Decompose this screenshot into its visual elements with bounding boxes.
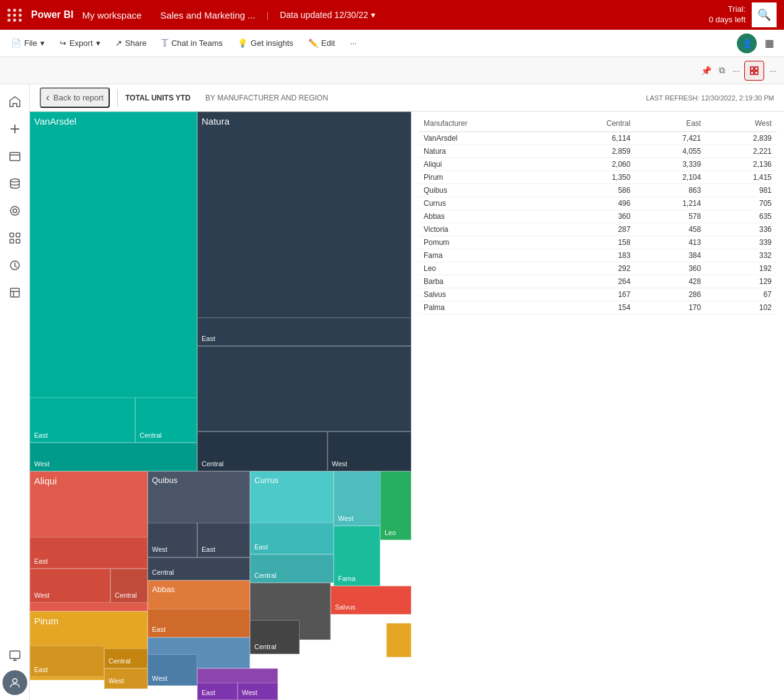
file-icon: 📄: [11, 38, 21, 48]
sidebar-item-monitor[interactable]: [2, 643, 27, 668]
tab-total-units-ytd[interactable]: TOTAL UNITS YTD: [125, 94, 190, 102]
get-insights-button[interactable]: 💡 Get insights: [231, 36, 300, 50]
sidebar-item-goals[interactable]: [2, 198, 27, 223]
treemap-cell[interactable]: West: [148, 523, 197, 557]
sidebar-item-data[interactable]: [2, 171, 27, 196]
table-row: VanArsdel6,1147,4212,839: [419, 132, 777, 145]
secondary-toolbar: 📌 ⧉ ··· ···: [0, 57, 784, 84]
more-right-icon[interactable]: ···: [767, 63, 779, 78]
focus-button[interactable]: [744, 61, 764, 81]
table-row: Barba264428129: [419, 275, 777, 288]
back-arrow-icon: ‹: [46, 91, 50, 104]
treemap-cell[interactable]: West: [30, 443, 197, 471]
treemap-cell[interactable]: West: [104, 668, 148, 688]
table-row: Palma154170102: [419, 301, 777, 314]
chevron-down-icon[interactable]: ▾: [371, 10, 375, 20]
content-area: ‹ Back to report TOTAL UNITS YTD BY MANU…: [30, 84, 784, 700]
treemap-cell[interactable]: Central: [250, 554, 334, 583]
back-to-report-label: Back to report: [53, 93, 104, 102]
insights-icon: 💡: [238, 38, 247, 48]
report-title: Sales and Marketing ...: [160, 10, 255, 20]
more-options-button[interactable]: ···: [344, 36, 363, 50]
treemap-cell[interactable]: East: [197, 317, 411, 346]
powerbi-logo: Power BI: [31, 9, 73, 20]
sidebar-item-create[interactable]: [2, 117, 27, 141]
sidebar-item-browse[interactable]: [2, 144, 27, 169]
svg-point-17: [12, 679, 17, 683]
svg-point-7: [11, 179, 19, 182]
share-icon: ↗: [115, 38, 122, 48]
col-manufacturer: Manufacturer: [419, 117, 551, 132]
data-updated-label: Data updated 12/30/22 ▾: [280, 10, 375, 20]
treemap-cell[interactable]: VanArsdel: [30, 112, 197, 443]
user-avatar-sidebar[interactable]: [2, 670, 27, 695]
treemap-cell[interactable]: West: [238, 683, 278, 700]
sidebar-item-catalog[interactable]: [2, 280, 27, 305]
svg-point-8: [11, 206, 19, 215]
table-row: Pirum1,3502,1041,415: [419, 171, 777, 184]
treemap-cell[interactable]: East: [250, 523, 334, 554]
treemap-cell[interactable]: [386, 623, 411, 657]
svg-rect-16: [10, 651, 20, 658]
sidebar-item-apps[interactable]: [2, 226, 27, 250]
apps-grid-icon[interactable]: [7, 9, 22, 22]
svg-rect-0: [751, 67, 754, 70]
treemap-cell[interactable]: Central: [104, 649, 148, 668]
edit-button[interactable]: ✏️ Edit: [302, 36, 341, 50]
treemap-cell[interactable]: Central: [250, 620, 300, 654]
sidebar-item-home[interactable]: [2, 89, 27, 114]
viz-area: VanArsdelEastCentralWestNaturaEastCentra…: [30, 112, 784, 700]
manufacturer-table: Manufacturer Central East West VanArsdel…: [419, 117, 777, 314]
treemap-cell[interactable]: Central: [197, 432, 327, 471]
trial-label: Trial: 0 days left: [709, 4, 746, 25]
pin-icon[interactable]: 📌: [698, 63, 714, 78]
share-button[interactable]: ↗ Share: [109, 36, 153, 50]
treemap-cell[interactable]: East: [148, 609, 250, 637]
treemap-chart[interactable]: VanArsdelEastCentralWestNaturaEastCentra…: [30, 112, 411, 700]
more-secondary-icon[interactable]: ···: [730, 63, 742, 78]
treemap-cell[interactable]: Leo: [380, 471, 411, 540]
treemap-cell[interactable]: Salvus: [331, 586, 411, 614]
treemap-cell[interactable]: East: [30, 645, 104, 677]
tab-by-manufacturer[interactable]: BY MANUFACTURER AND REGION: [205, 94, 328, 102]
workspace-label[interactable]: My workspace: [82, 10, 141, 20]
svg-rect-6: [10, 153, 20, 161]
treemap-cell[interactable]: Central: [148, 557, 250, 580]
edit-icon: ✏️: [308, 38, 318, 48]
treemap-cell[interactable]: West: [148, 654, 197, 686]
file-chevron-icon: ▾: [40, 38, 45, 48]
copy-icon[interactable]: ⧉: [716, 63, 728, 78]
sidebar-item-learn[interactable]: [2, 253, 27, 278]
svg-rect-3: [755, 71, 758, 74]
table-row: Aliqui2,0603,3392,136: [419, 158, 777, 171]
title-separator: |: [267, 11, 269, 20]
treemap-cell[interactable]: Fama: [334, 526, 380, 586]
back-to-report-button[interactable]: ‹ Back to report: [40, 87, 110, 108]
treemap-cell[interactable]: East: [30, 537, 148, 569]
svg-rect-1: [755, 67, 758, 70]
treemap-cell[interactable]: West: [327, 432, 411, 471]
data-table-container: Manufacturer Central East West VanArsdel…: [411, 112, 784, 700]
export-button[interactable]: ↪ Export ▾: [53, 36, 107, 50]
treemap-cell[interactable]: Natura: [197, 112, 411, 337]
treemap-cell[interactable]: East: [197, 683, 238, 700]
treemap-cell[interactable]: East: [30, 397, 135, 443]
table-row: Leo292360192: [419, 262, 777, 275]
col-east: East: [635, 117, 706, 132]
file-button[interactable]: 📄 File ▾: [5, 36, 51, 50]
main-layout: ‹ Back to report TOTAL UNITS YTD BY MANU…: [0, 84, 784, 700]
svg-point-9: [13, 209, 17, 213]
svg-rect-13: [16, 239, 20, 243]
treemap-cell[interactable]: Central: [135, 397, 197, 443]
user-avatar[interactable]: 👤: [737, 33, 757, 53]
teams-icon: 𝕋: [161, 37, 168, 49]
treemap-cell[interactable]: Central: [110, 569, 148, 603]
table-row: Salvus16728667: [419, 288, 777, 301]
table-row: Quibus586863981: [419, 184, 777, 197]
chat-in-teams-button[interactable]: 𝕋 Chat in Teams: [155, 35, 229, 51]
search-button[interactable]: 🔍: [752, 2, 777, 27]
treemap-cell[interactable]: West: [30, 569, 110, 603]
treemap-cell[interactable]: East: [197, 523, 250, 557]
treemap-cell[interactable]: [197, 346, 411, 432]
panel-icon[interactable]: ▦: [759, 33, 779, 53]
